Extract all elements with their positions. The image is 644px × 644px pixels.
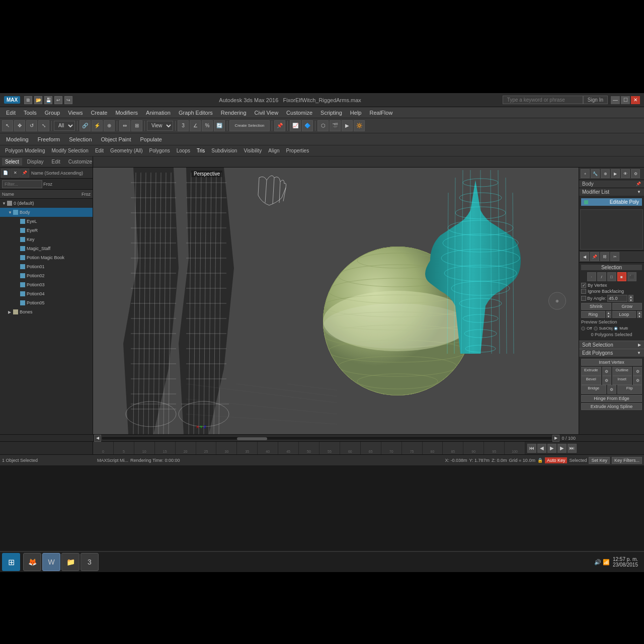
sub-freeform[interactable]: Freeform (34, 135, 64, 143)
signin-button[interactable]: Sign In (583, 96, 608, 104)
3d-snap[interactable]: 3 (178, 120, 189, 131)
soft-selection-rollout[interactable]: Soft Selection ▶ (579, 341, 644, 349)
menu-views[interactable]: Views (64, 109, 87, 117)
scene-item-potion05[interactable]: Potion05 (6, 298, 93, 307)
hinge-from-edge-button[interactable]: Hinge From Edge (581, 395, 642, 402)
sub-modeling[interactable]: Modeling (2, 135, 33, 143)
prev-frame[interactable]: ◀ (537, 444, 546, 453)
scene-tool-1[interactable]: 📄 (1, 169, 10, 178)
taskbar-word[interactable]: W (42, 553, 60, 571)
rp-utilities[interactable]: ⚙ (631, 169, 640, 178)
taskbar-3dsmax[interactable]: 3 (80, 553, 99, 571)
nav-link[interactable]: ⛓ (600, 252, 609, 261)
vertex-icon[interactable]: · (587, 272, 596, 281)
material-editor[interactable]: ⬡ (317, 120, 329, 131)
tab-edit[interactable]: Edit (49, 158, 63, 166)
menu-edit[interactable]: Edit (2, 109, 20, 117)
menu-group[interactable]: Group (41, 109, 64, 117)
scene-tool-3[interactable]: 📌 (20, 169, 29, 178)
rp-hierarchy[interactable]: ⊕ (601, 169, 610, 178)
scroll-right[interactable]: ▶ (552, 435, 559, 442)
timeline-track[interactable]: 0 5 10 15 20 25 30 35 40 45 50 55 60 65 … (93, 442, 525, 454)
rp-display[interactable]: 👁 (621, 169, 630, 178)
next-frame[interactable]: ▶ (557, 444, 567, 453)
ring-down[interactable]: ▼ (606, 314, 611, 318)
shrink-button[interactable]: Shrink (581, 303, 611, 310)
key-filters-button[interactable]: Key Filters... (612, 457, 642, 464)
menu-tools[interactable]: Tools (20, 109, 41, 117)
polygon-icon[interactable]: ■ (617, 272, 626, 281)
poly-subdivision[interactable]: Subdivision (208, 147, 240, 154)
poly-tris[interactable]: Tris (194, 147, 208, 154)
viewport-gizmo[interactable]: ⊕ (548, 292, 566, 310)
menu-animation[interactable]: Animation (142, 109, 175, 117)
scene-item-potion01[interactable]: Potion01 (6, 262, 93, 271)
selection-filter-dropdown[interactable]: All (54, 121, 75, 131)
extrude-along-spline-button[interactable]: Extrude Along Spline (581, 403, 642, 410)
taskbar-firefox[interactable]: 🦊 (23, 553, 41, 571)
sub-object-paint[interactable]: Object Paint (97, 135, 135, 143)
border-icon[interactable]: □ (607, 272, 616, 281)
poly-align[interactable]: Align (265, 147, 282, 154)
scene-item-magic-book[interactable]: Potion Magic Book (6, 253, 93, 262)
link-tool[interactable]: 🔗 (79, 120, 91, 131)
loop-button[interactable]: Loop (612, 311, 636, 318)
edge-icon[interactable]: / (597, 272, 606, 281)
radio-off[interactable] (581, 327, 585, 331)
grow-button[interactable]: Grow (612, 303, 642, 310)
viewport[interactable]: Perspective ⊕ XYZ (93, 168, 579, 434)
key-start[interactable]: ⏮ (527, 444, 536, 453)
radio-subobj[interactable] (594, 327, 598, 331)
bind-tool[interactable]: ⚡ (92, 120, 103, 131)
angle-snap[interactable]: ∠ (190, 120, 201, 131)
radio-multi[interactable] (614, 327, 618, 331)
scroll-left[interactable]: ◀ (94, 435, 101, 442)
menu-modifiers[interactable]: Modifiers (111, 109, 142, 117)
scene-item-eyer[interactable]: EyeR (6, 226, 93, 235)
ignore-backfacing-checkbox[interactable] (581, 289, 586, 294)
scale-tool[interactable]: ⤡ (38, 120, 49, 131)
menu-rendering[interactable]: Rendering (217, 109, 251, 117)
by-vertex-checkbox[interactable] (581, 283, 586, 288)
scene-item-potion03[interactable]: Potion03 (6, 280, 93, 289)
maximize-button[interactable]: ☐ (621, 96, 630, 104)
play-button[interactable]: ▶ (547, 444, 556, 453)
align-tool[interactable]: ⊞ (131, 120, 142, 131)
select-tool[interactable]: ↖ (2, 120, 13, 131)
undo-btn[interactable]: ↩ (54, 96, 62, 104)
scene-item-key[interactable]: Key (6, 235, 93, 244)
mirror-tool[interactable]: ⇔ (119, 120, 130, 131)
scene-tool-2[interactable]: ✕ (11, 169, 20, 178)
menu-customize[interactable]: Customize (282, 109, 316, 117)
scene-item-magic-staff[interactable]: Magic_Staff (6, 244, 93, 253)
outline-button[interactable]: Outline (612, 367, 632, 376)
flip-button[interactable]: Flip (617, 385, 642, 394)
nav-pin[interactable]: 📌 (590, 252, 599, 261)
view-dropdown[interactable]: View (147, 121, 173, 131)
search-input[interactable] (503, 96, 583, 104)
poly-modeling[interactable]: Polygon Modeling (2, 147, 48, 154)
poly-polygons[interactable]: Polygons (146, 147, 173, 154)
spinner-snap[interactable]: 🔄 (214, 120, 225, 131)
start-button[interactable]: ⊞ (2, 553, 20, 571)
schematic-view[interactable]: 🔷 (302, 120, 313, 131)
poly-geometry[interactable]: Geometry (All) (107, 147, 145, 154)
poly-modify-selection[interactable]: Modify Selection (49, 147, 92, 154)
bridge-button[interactable]: Bridge (581, 385, 606, 394)
named-selections[interactable]: 📌 (274, 120, 285, 131)
scene-item-potion04[interactable]: Potion04 (6, 289, 93, 298)
sub-populate[interactable]: Populate (136, 135, 166, 143)
poly-properties[interactable]: Properties (283, 147, 312, 154)
scene-filter-input[interactable] (2, 180, 42, 188)
rp-motion[interactable]: ▶ (611, 169, 620, 178)
inset-settings[interactable]: ⚙ (633, 376, 642, 385)
loop-up[interactable]: ▲ (637, 311, 642, 314)
sub-selection[interactable]: Selection (65, 135, 96, 143)
set-key-button[interactable]: Set Key (589, 457, 610, 464)
element-icon[interactable]: ⬛ (627, 272, 636, 281)
minimize-button[interactable]: — (611, 96, 620, 104)
bevel-button[interactable]: Bevel (581, 376, 601, 385)
ring-up[interactable]: ▲ (606, 311, 611, 314)
poly-visibility[interactable]: Visibility (240, 147, 265, 154)
by-angle-input[interactable] (607, 295, 627, 302)
